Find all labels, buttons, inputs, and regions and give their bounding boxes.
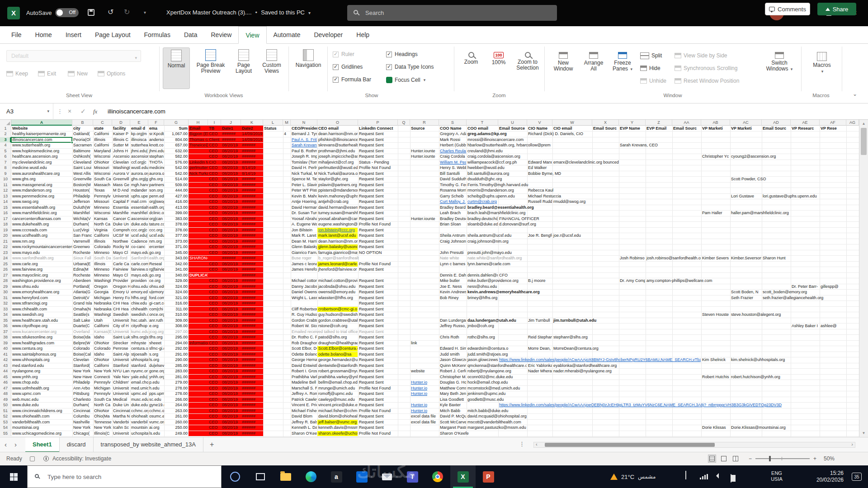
grid-cell[interactable]: 08/20/19 [221, 244, 241, 250]
grid-cell[interactable]: Kevin B. Mahone [291, 194, 317, 199]
grid-cell[interactable]: www.uofmhealth.org [11, 386, 72, 391]
grid-cell[interactable]: robert.grossman@nyu [317, 369, 358, 374]
header-cell[interactable]: Sum [164, 126, 189, 131]
grid-cell[interactable]: stanford. [130, 363, 148, 369]
header-cell[interactable]: CIO Name [527, 126, 552, 131]
grid-cell[interactable]: 08/20/19 [221, 171, 241, 177]
row-number[interactable]: 20 [0, 233, 11, 239]
grid-cell[interactable]: duke.edu [130, 222, 148, 227]
grid-cell[interactable]: uchospita [130, 431, 148, 436]
grid-cell[interactable]: Mike butler [439, 278, 466, 284]
grid-cell[interactable]: Henry Fo [112, 296, 130, 301]
grid-cell[interactable]: Cadence [130, 239, 148, 244]
grid-cell[interactable]: Request Sent [358, 143, 439, 148]
grid-cell[interactable]: ls.org [148, 357, 164, 363]
grid-cell[interactable]: Capital F [112, 199, 130, 205]
grid-cell[interactable]: 08/20/19 [221, 425, 241, 431]
row-number[interactable]: 52 [0, 414, 11, 419]
grid-cell[interactable]: romoffj@upmc.edu [317, 391, 358, 397]
grid-cell[interactable]: ce.org [148, 278, 164, 284]
header-cell[interactable]: Email Sourc [592, 126, 619, 131]
exit-button[interactable]: Exit [38, 68, 56, 79]
grid-cell[interactable]: com|chi [148, 307, 164, 312]
grid-cell[interactable]: ###### [241, 341, 263, 346]
grid-cell[interactable]: mhsyste [130, 341, 148, 346]
grid-cell[interactable]: Request Sent [358, 403, 410, 408]
hide-button[interactable]: Hide [640, 63, 660, 74]
grid-cell[interactable]: Tomislav (Tom) N [291, 160, 317, 165]
grid-cell[interactable]: Request Sent [358, 301, 859, 306]
grid-cell[interactable]: Salt Lake [72, 318, 93, 324]
grid-cell[interactable]: Greenwo [72, 244, 93, 250]
normal-view-button[interactable]: Normal [163, 47, 190, 89]
header-cell[interactable]: CEO email [317, 126, 358, 131]
split-button[interactable]: Split [640, 50, 662, 61]
header-cell[interactable] [283, 126, 291, 131]
grid-cell[interactable]: CEO [208, 397, 221, 403]
grid-cell[interactable]: Sharon O'Keefe [291, 431, 317, 436]
grid-cell[interactable]: cchmc.org [130, 408, 148, 414]
navigation-button[interactable]: Navigation [292, 47, 325, 89]
grid-cell[interactable]: 311.00 [164, 307, 189, 312]
grid-cell[interactable]: Joe R. Bengfort [527, 233, 552, 239]
grid-cell[interactable]: 08/20/19 [221, 160, 241, 165]
grid-cell[interactable] [189, 391, 208, 397]
share-button[interactable]: Share [817, 3, 856, 15]
grid-cell[interactable]: Request Sent [358, 177, 439, 182]
grid-cell[interactable]: www.stlukesonline.org [11, 335, 72, 340]
grid-cell[interactable]: 08/20/19 [221, 194, 241, 199]
grid-cell[interactable]: kevin.mahoney@uphs.u [317, 194, 358, 199]
grid-cell[interactable]: Wisconsi [93, 154, 112, 160]
grid-cell[interactable]: www.cityofhope.org [11, 324, 72, 329]
grid-cell[interactable]: Request Sent [358, 194, 439, 199]
grid-cell[interactable]: 278.00 [164, 386, 189, 391]
grid-cell[interactable]: mark.laret@ucsf.edu [317, 233, 358, 239]
grid-cell[interactable]: Cincinnat [112, 408, 130, 414]
grid-cell[interactable]: San Franc [72, 233, 93, 239]
grid-cell[interactable]: Boise(Ida [72, 335, 93, 340]
grid-cell[interactable]: turney.susan@marshfi [317, 211, 358, 216]
grid-cell[interactable]: oconn002@mc.duke.edu [467, 375, 701, 380]
grid-cell[interactable]: Children' [112, 380, 130, 385]
grid-cell[interactable]: briney@hfhs.org [467, 296, 730, 301]
grid-cell[interactable]: Nebraska [93, 301, 112, 306]
grid-cell[interactable]: mgh.harv [130, 183, 148, 188]
grid-cell[interactable]: 514.00 [164, 177, 189, 182]
row-number[interactable]: 9 [0, 171, 11, 177]
row-number[interactable]: 43 [0, 363, 11, 369]
grid-cell[interactable]: ls.edu [148, 431, 164, 436]
grid-cell[interactable]: williampeacock@ccf.org.ph [467, 160, 527, 165]
tab-insert[interactable]: Insert [59, 26, 88, 43]
column-header-AB[interactable]: AB [701, 120, 730, 126]
row-number[interactable]: 54 [0, 425, 11, 431]
grid-cell[interactable]: 509.00 [164, 183, 189, 188]
grid-cell[interactable]: www.ynhh.org [11, 375, 72, 380]
grid-cell[interactable]: cyoung2@ascension.org [730, 154, 859, 160]
header-cell[interactable]: Date2 [241, 126, 263, 131]
grid-cell[interactable]: CEO [208, 222, 221, 227]
grid-cell[interactable]: Essentia [112, 205, 130, 211]
grid-cell[interactable]: Bradley Deutsch [439, 216, 466, 222]
zoom-to-selection-button[interactable]: Zoom to Selection [513, 47, 542, 89]
grid-cell[interactable]: Vincent E. Price [291, 403, 317, 408]
grid-cell[interactable]: lori.gustave@uphs.upenn.edu [762, 194, 859, 199]
grid-cell[interactable] [189, 318, 208, 324]
grid-cell[interactable]: www.carle.org [11, 262, 72, 267]
grid-cell[interactable]: Dr. Amy Comp [619, 278, 645, 284]
header-cell[interactable]: state [93, 126, 112, 131]
grid-cell[interactable]: anr.ruth [148, 318, 164, 324]
grid-cell[interactable]: Wisconsi [93, 171, 112, 177]
grid-cell[interactable]: Dean M. Harrison [291, 239, 317, 244]
grid-cell[interactable]: penn.edu [148, 194, 164, 199]
grid-cell[interactable]: CEO [208, 296, 221, 301]
grid-cell[interactable]: ###### [241, 154, 263, 160]
grid-cell[interactable]: Duke Un [112, 222, 130, 227]
grid-cell[interactable]: Dorie.Klissas@mountsinai.org [730, 425, 859, 431]
grid-cell[interactable]: City of H [112, 324, 130, 329]
sheet-view-dropdown[interactable]: Default▾ [6, 50, 141, 62]
grid-cell[interactable]: 08/20/19 [221, 346, 241, 352]
row-number[interactable]: 15 [0, 205, 11, 211]
grid-cell[interactable]: Hunter.io [410, 391, 439, 397]
grid-cell[interactable]: Maryland [93, 149, 112, 154]
grid-cell[interactable]: Request Sent [358, 375, 439, 380]
